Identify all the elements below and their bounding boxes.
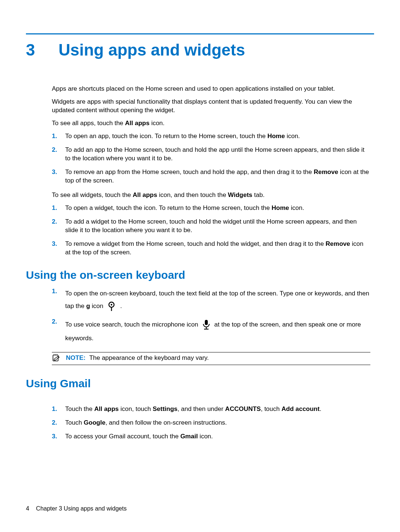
page-number: 4: [26, 505, 29, 512]
list-text: To add an app to the Home screen, touch …: [65, 146, 370, 163]
list-text: To open an app, touch the icon. To retur…: [65, 132, 370, 141]
list-marker: 1.: [52, 132, 65, 141]
list-marker: 2.: [52, 218, 65, 226]
list-marker: 2.: [52, 419, 65, 427]
list-item: 1. To open a widget, touch the icon. To …: [52, 204, 370, 213]
text-bold: All apps: [133, 191, 157, 198]
text-bold: Gmail: [180, 433, 198, 440]
text-bold: Home: [267, 133, 285, 140]
text: icon: [90, 302, 105, 310]
note-text: The appearance of the keyboard may vary.: [89, 354, 209, 362]
text: icon.: [150, 120, 165, 127]
list-text: To remove a widget from the Home screen,…: [65, 240, 370, 257]
text: To see all apps, touch the: [52, 120, 125, 127]
text-bold: ACCOUNTS: [225, 405, 261, 412]
ordered-list: 1. Touch the All apps icon, touch Settin…: [52, 405, 370, 441]
text: , touch: [261, 405, 281, 412]
text: Touch the: [65, 405, 94, 412]
microphone-icon: [202, 319, 210, 330]
section-heading-gmail: Using Gmail: [26, 376, 370, 391]
ordered-list: 1. To open the on-screen keyboard, touch…: [52, 287, 370, 345]
text: icon.: [289, 204, 304, 211]
text: To access your Gmail account, touch the: [65, 433, 180, 440]
text-bold: Home: [271, 204, 289, 211]
list-marker: 3.: [52, 240, 65, 248]
list-text: Touch Google, and then follow the on-scr…: [65, 419, 370, 427]
paragraph: To see all apps, touch the All apps icon…: [52, 119, 370, 128]
list-item: 3. To remove an app from the Home screen…: [52, 168, 370, 185]
list-text: To open a widget, touch the icon. To ret…: [65, 204, 370, 213]
list-item: 2. Touch Google, and then follow the on-…: [52, 419, 370, 427]
list-item: 1. To open the on-screen keyboard, touch…: [52, 287, 370, 312]
paragraph: To see all widgets, touch the All apps i…: [52, 191, 370, 200]
list-marker: 1.: [52, 204, 65, 213]
list-text: To open the on-screen keyboard, touch th…: [65, 287, 370, 312]
text: .: [120, 302, 122, 310]
text-bold: Remove: [326, 240, 350, 247]
text-bold: Add account: [281, 405, 320, 412]
text-bold: Remove: [314, 168, 338, 175]
text-bold: Settings: [153, 405, 177, 412]
text: To remove an app from the Home screen, t…: [65, 168, 314, 175]
text: , and then under: [177, 405, 225, 412]
note-icon: [52, 354, 60, 362]
footer-chapter-label: Chapter 3 Using apps and widgets: [36, 505, 127, 512]
list-item: 1. Touch the All apps icon, touch Settin…: [52, 405, 370, 414]
list-item: 2. To add a widget to the Home screen, t…: [52, 218, 370, 235]
chapter-heading: 3 Using apps and widgets: [26, 41, 374, 59]
text-bold: Widgets: [228, 191, 252, 198]
chapter-number: 3: [26, 42, 44, 58]
text: To open an app, touch the icon. To retur…: [65, 133, 267, 140]
note-label: NOTE:: [66, 354, 86, 362]
text: To remove a widget from the Home screen,…: [65, 240, 326, 247]
note-block: NOTE: The appearance of the keyboard may…: [52, 352, 370, 365]
document-page: 3 Using apps and widgets Apps are shortc…: [0, 0, 400, 532]
page-footer: 4 Chapter 3 Using apps and widgets: [26, 505, 374, 513]
text: icon, and then touch the: [157, 191, 228, 198]
text: icon, touch: [119, 405, 153, 412]
list-item: 3. To access your Gmail account, touch t…: [52, 432, 370, 441]
paragraph: Apps are shortcuts placed on the Home sc…: [52, 85, 370, 93]
paragraph: Widgets are apps with special functional…: [52, 98, 370, 115]
chapter-title: Using apps and widgets: [59, 41, 245, 59]
list-marker: 3.: [52, 168, 65, 177]
list-marker: 2.: [52, 146, 65, 154]
text-bold: g: [86, 302, 90, 310]
text: , and then follow the on-screen instruct…: [106, 419, 227, 426]
list-item: 3. To remove a widget from the Home scre…: [52, 240, 370, 257]
text: To see all widgets, touch the: [52, 191, 133, 198]
ordered-list: 1. To open a widget, touch the icon. To …: [52, 204, 370, 257]
text-bold: All apps: [94, 405, 119, 412]
list-text: To use voice search, touch the microphon…: [65, 318, 370, 345]
svg-point-2: [111, 304, 112, 305]
list-text: Touch the All apps icon, touch Settings,…: [65, 405, 370, 414]
list-text: To remove an app from the Home screen, t…: [65, 168, 370, 185]
list-item: 2. To use voice search, touch the microp…: [52, 318, 370, 345]
spacer: [52, 395, 370, 402]
magnifier-icon: [107, 301, 116, 311]
text: To use voice search, touch the microphon…: [65, 321, 200, 328]
list-marker: 1.: [52, 405, 65, 414]
ordered-list: 1. To open an app, touch the icon. To re…: [52, 132, 370, 185]
text: icon.: [285, 133, 300, 140]
list-text: To access your Gmail account, touch the …: [65, 432, 370, 441]
text: Touch: [65, 419, 84, 426]
svg-rect-3: [205, 320, 208, 325]
list-item: 2. To add an app to the Home screen, tou…: [52, 146, 370, 163]
text: To open a widget, touch the icon. To ret…: [65, 204, 271, 211]
text-bold: All apps: [125, 120, 150, 127]
list-item: 1. To open an app, touch the icon. To re…: [52, 132, 370, 141]
body-content: Apps are shortcuts placed on the Home sc…: [52, 85, 370, 441]
top-rule: [26, 33, 374, 34]
section-heading-keyboard: Using the on-screen keyboard: [26, 268, 370, 283]
text: tab.: [252, 191, 264, 198]
list-marker: 3.: [52, 432, 65, 441]
list-marker: 2.: [52, 318, 65, 326]
list-marker: 1.: [52, 287, 65, 296]
text: .: [320, 405, 321, 412]
text-bold: Google: [84, 419, 106, 426]
text: icon.: [198, 433, 213, 440]
list-text: To add a widget to the Home screen, touc…: [65, 218, 370, 235]
